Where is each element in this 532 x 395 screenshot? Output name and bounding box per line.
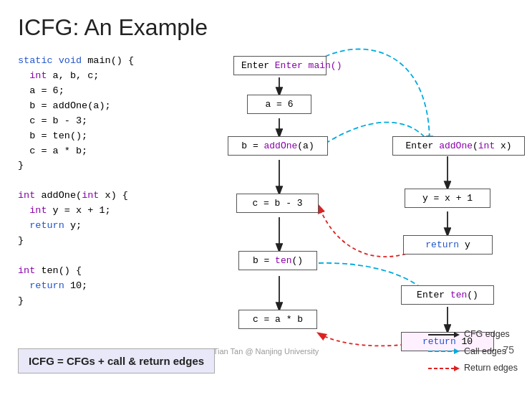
- code-spacer: [18, 173, 134, 189]
- legend-cfg: CFG edges: [428, 326, 518, 343]
- legend-cfg-label: CFG edges: [464, 326, 510, 343]
- code-line: }: [18, 158, 134, 173]
- icfg-legend-box: ICFG = CFGs + call & return edges: [18, 348, 215, 373]
- code-line: return y;: [18, 219, 134, 234]
- node-enter-addone: Enter addOne(int x): [392, 136, 525, 156]
- legend-return-label: Return edges: [464, 360, 518, 377]
- legend-return: Return edges: [428, 360, 518, 377]
- code-section: static void main() { int a, b, c; a = 6;…: [18, 54, 134, 309]
- legend-call-label: Call edges: [464, 343, 506, 361]
- svg-marker-11: [454, 348, 460, 354]
- node-return-y: return y: [403, 235, 493, 254]
- code-line: c = a * b;: [18, 144, 134, 159]
- code-line: int ten() {: [18, 264, 134, 279]
- code-spacer: [18, 249, 134, 264]
- node-b-ten: b = ten(): [238, 251, 317, 270]
- code-line: return 10;: [18, 279, 134, 294]
- slide-title: ICFG: An Example: [18, 14, 514, 41]
- svg-marker-13: [454, 366, 460, 371]
- code-line: c = b - 3;: [18, 114, 134, 129]
- code-line: b = addOne(a);: [18, 99, 134, 114]
- code-line: }: [18, 294, 134, 309]
- icfg-legend-text: ICFG = CFGs + call & return edges: [29, 355, 204, 367]
- code-line: static void main() {: [18, 54, 134, 69]
- code-line: a = 6;: [18, 84, 134, 99]
- node-enter-main: Enter Enter main(): [233, 56, 327, 75]
- code-line: b = ten();: [18, 129, 134, 144]
- code-line: }: [18, 234, 134, 249]
- footer-text: Tian Tan @ Nanjing University: [213, 347, 319, 356]
- page-number: 75: [503, 344, 514, 356]
- slide: ICFG: An Example static void main() { in…: [0, 0, 532, 395]
- node-c-ab: c = a * b: [238, 310, 317, 329]
- svg-marker-9: [454, 332, 460, 338]
- node-enter-ten: Enter ten(): [401, 285, 494, 305]
- node-c-b3: c = b - 3: [236, 194, 319, 213]
- diagram: Enter Enter main() a = 6 b = addOne(a) c…: [208, 50, 530, 358]
- code-line: int a, b, c;: [18, 69, 134, 84]
- code-line: int addOne(int x) {: [18, 189, 134, 204]
- code-line: int y = x + 1;: [18, 204, 134, 219]
- node-b-addone: b = addOne(a): [228, 136, 328, 156]
- node-y-x1: y = x + 1: [405, 189, 490, 208]
- node-a6: a = 6: [247, 95, 311, 114]
